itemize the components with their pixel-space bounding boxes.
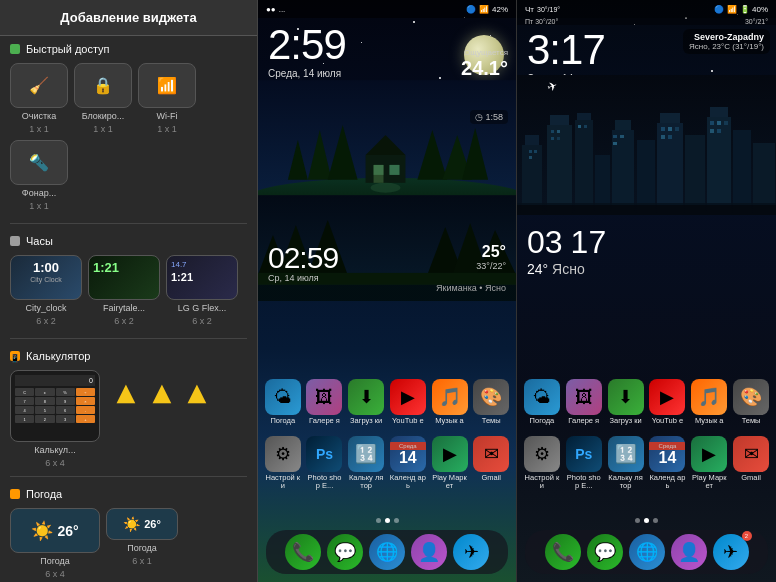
app-music-3[interactable]: 🎵 Музык а: [690, 379, 728, 425]
app-playmarket-2[interactable]: ▶ Play Маркет: [431, 436, 469, 491]
dot-2-2: [385, 518, 390, 523]
calc-btn-div: ÷: [76, 388, 95, 396]
widget-size-lg-flex: 6 x 2: [192, 316, 212, 326]
svg-rect-45: [557, 130, 560, 133]
section-label-quick: Быстрый доступ: [26, 43, 110, 55]
app-youtube-3[interactable]: ▶ YouTub е: [649, 379, 687, 425]
calc-display: 0: [15, 375, 95, 386]
app-photoshop-2[interactable]: Ps Photo shop E...: [306, 436, 344, 491]
widget-item-weather2[interactable]: ☀️ 26° Погода 6 x 1: [106, 508, 178, 579]
app-gmail-3[interactable]: ✉ Gmail: [732, 436, 770, 491]
section-dot-clocks: [10, 236, 20, 246]
phone-temp-2b: 25°: [476, 243, 506, 261]
calc-btn: 2: [35, 415, 54, 423]
widget-item-lg-flex[interactable]: 14.7 1:21 LG G Flex... 6 x 2: [166, 255, 238, 326]
app-calculator-3[interactable]: 🔢 Кальку лятор: [607, 436, 645, 491]
weather-condition-3: Ясно, 23°C (31°/19°): [689, 42, 764, 51]
arrow-3: ▼: [181, 380, 213, 412]
app-themes-2[interactable]: 🎨 Темы: [472, 379, 510, 425]
dock-contacts-2[interactable]: 👤: [411, 534, 447, 570]
widget-item-calculator[interactable]: 0 C ± % ÷ 7 8 9 × 4 5 6 - 1: [10, 370, 100, 468]
weather-icon-3: 🌤: [524, 379, 560, 415]
widget-scroll-area[interactable]: Быстрый доступ 🧹 Очистка 1 x 1 🔒 Блокиро…: [0, 36, 257, 582]
app-label-weather-2: Погода: [270, 417, 295, 425]
widget-panel-header: Добавление виджета: [0, 0, 257, 36]
svg-rect-32: [615, 120, 631, 130]
app-gallery-2[interactable]: 🖼 Галере я: [306, 379, 344, 425]
app-download-3[interactable]: ⬇ Загруз ки: [607, 379, 645, 425]
dock-contacts-3[interactable]: 👤: [671, 534, 707, 570]
video-duration-2: ◷ 1:58: [470, 110, 508, 124]
settings-icon-2: ⚙: [265, 436, 301, 472]
dock-sms-3[interactable]: 💬: [587, 534, 623, 570]
app-label-download-3: Загруз ки: [609, 417, 641, 425]
calc-btn-mul: ×: [76, 397, 95, 405]
divider-2: [10, 338, 247, 339]
app-label-settings-3: Настрой ки: [523, 474, 561, 491]
app-label-calculator-2: Кальку лятор: [347, 474, 385, 491]
dock-telegram-2[interactable]: ✈: [453, 534, 489, 570]
svg-rect-54: [668, 127, 672, 131]
widget-label-calculator: Калькул...: [34, 445, 75, 455]
svg-rect-60: [724, 121, 728, 125]
widget-thumb-weather2: ☀️ 26°: [106, 508, 178, 540]
widget-item-lock[interactable]: 🔒 Блокиро... 1 x 1: [74, 63, 132, 134]
widget-size-weather2: 6 x 1: [132, 556, 152, 566]
calc-btn: 9: [56, 397, 75, 405]
widget-item-fairytale[interactable]: 1:21 Fairytale... 6 x 2: [88, 255, 160, 326]
wifi-icon: 📶: [157, 76, 177, 95]
dock-browser-2[interactable]: 🌐: [369, 534, 405, 570]
dock-phone-2[interactable]: 📞: [285, 534, 321, 570]
dock-phone-3[interactable]: 📞: [545, 534, 581, 570]
playmarket-icon-3: ▶: [691, 436, 727, 472]
status-left-2: ●● ...: [266, 5, 285, 14]
app-weather-2[interactable]: 🌤 Погода: [264, 379, 302, 425]
app-calendar-2[interactable]: Среда 14 Календ арь: [389, 436, 427, 491]
widget-item-torch[interactable]: 🔦 Фонар... 1 x 1: [10, 140, 68, 211]
app-weather-3[interactable]: 🌤 Погода: [523, 379, 561, 425]
widget-item-clean[interactable]: 🧹 Очистка 1 x 1: [10, 63, 68, 134]
dock-telegram-wrap-3: ✈ 2: [713, 534, 749, 570]
widget-item-wifi[interactable]: 📶 Wi-Fi 1 x 1: [138, 63, 196, 134]
time-part1-3: 03: [527, 224, 563, 261]
app-label-gmail-3: Gmail: [741, 474, 761, 482]
app-label-download-2: Загруз ки: [350, 417, 382, 425]
widget-size-lock: 1 x 1: [93, 124, 113, 134]
widget-thumb-torch: 🔦: [10, 140, 68, 185]
app-photoshop-3[interactable]: Ps Photo shop E...: [565, 436, 603, 491]
app-settings-2[interactable]: ⚙ Настрой ки: [264, 436, 302, 491]
app-download-2[interactable]: ⬇ Загруз ки: [347, 379, 385, 425]
app-music-2[interactable]: 🎵 Музык а: [431, 379, 469, 425]
app-label-playmarket-2: Play Маркет: [431, 474, 469, 491]
app-settings-3[interactable]: ⚙ Настрой ки: [523, 436, 561, 491]
app-youtube-2[interactable]: ▶ YouTub е: [389, 379, 427, 425]
widget-thumb-weather1: ☀️ 26°: [10, 508, 100, 553]
svg-rect-35: [660, 113, 680, 123]
gallery-icon-2: 🖼: [306, 379, 342, 415]
day-temp-3: 30°/19°: [537, 6, 560, 13]
widget-size-torch: 1 x 1: [29, 201, 49, 211]
download-icon-3: ⬇: [608, 379, 644, 415]
dock-sms-2[interactable]: 💬: [327, 534, 363, 570]
calc-btn: ±: [35, 388, 54, 396]
clocks-grid: 1:00 City Clock City_clock 6 x 2 1:21 Fa…: [0, 251, 257, 334]
calculator-section-icon: 📱: [10, 354, 20, 363]
widget-item-city-clock[interactable]: 1:00 City Clock City_clock 6 x 2: [10, 255, 82, 326]
section-dot-quick: [10, 44, 20, 54]
app-gmail-2[interactable]: ✉ Gmail: [472, 436, 510, 491]
app-gallery-3[interactable]: 🖼 Галере я: [565, 379, 603, 425]
dock-browser-3[interactable]: 🌐: [629, 534, 665, 570]
app-calendar-3[interactable]: Среда 14 Календ арь: [649, 436, 687, 491]
svg-rect-64: [517, 205, 776, 215]
svg-rect-28: [575, 120, 593, 215]
svg-rect-27: [550, 115, 569, 125]
widget-label-fairytale: Fairytale...: [103, 303, 145, 313]
app-themes-3[interactable]: 🎨 Темы: [732, 379, 770, 425]
city-name-3: Severo-Zapadny: [689, 32, 764, 42]
widget-size-city-clock: 6 x 2: [36, 316, 56, 326]
widget-label-clean: Очистка: [22, 111, 56, 121]
youtube-icon-2: ▶: [390, 379, 426, 415]
widget-item-weather1[interactable]: ☀️ 26° Погода 6 x 4: [10, 508, 100, 579]
app-calculator-2[interactable]: 🔢 Кальку лятор: [347, 436, 385, 491]
app-playmarket-3[interactable]: ▶ Play Маркет: [690, 436, 728, 491]
